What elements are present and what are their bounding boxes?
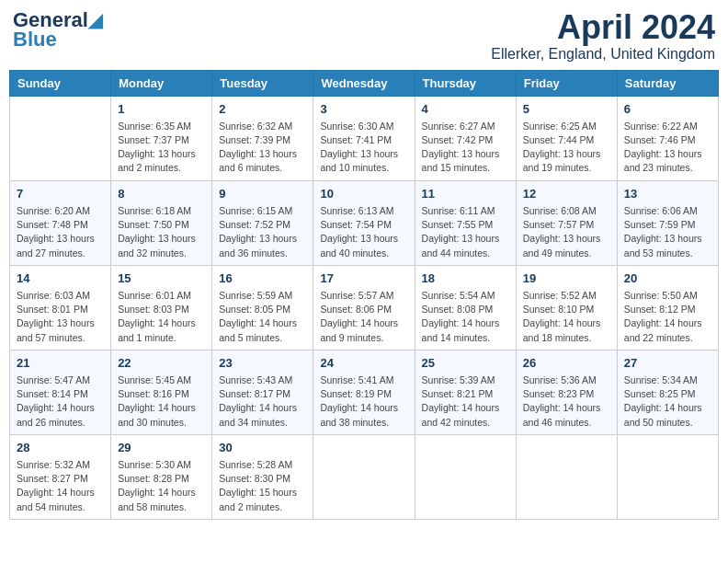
col-friday: Friday bbox=[516, 70, 617, 96]
calendar-table: Sunday Monday Tuesday Wednesday Thursday… bbox=[9, 70, 719, 520]
day-number: 11 bbox=[422, 186, 509, 202]
day-number: 24 bbox=[320, 355, 407, 372]
day-number: 20 bbox=[624, 270, 711, 287]
table-row: 11Sunrise: 6:11 AMSunset: 7:55 PMDayligh… bbox=[415, 180, 516, 265]
day-info: Sunrise: 5:52 AMSunset: 8:10 PMDaylight:… bbox=[523, 289, 610, 345]
day-number: 9 bbox=[219, 186, 306, 202]
day-info: Sunrise: 6:18 AMSunset: 7:50 PMDaylight:… bbox=[118, 204, 205, 260]
day-info: Sunrise: 6:22 AMSunset: 7:46 PMDaylight:… bbox=[624, 120, 711, 176]
week-row-2: 7Sunrise: 6:20 AMSunset: 7:48 PMDaylight… bbox=[10, 180, 719, 265]
table-row: 8Sunrise: 6:18 AMSunset: 7:50 PMDaylight… bbox=[111, 180, 212, 265]
col-tuesday: Tuesday bbox=[212, 70, 313, 96]
day-number: 3 bbox=[320, 101, 407, 118]
table-row: 6Sunrise: 6:22 AMSunset: 7:46 PMDaylight… bbox=[617, 96, 718, 180]
day-info: Sunrise: 6:35 AMSunset: 7:37 PMDaylight:… bbox=[118, 120, 205, 176]
table-row bbox=[313, 434, 415, 519]
week-row-3: 14Sunrise: 6:03 AMSunset: 8:01 PMDayligh… bbox=[10, 265, 719, 350]
table-row: 23Sunrise: 5:43 AMSunset: 8:17 PMDayligh… bbox=[212, 350, 313, 434]
day-number: 2 bbox=[219, 101, 306, 118]
location: Ellerker, England, United Kingdom bbox=[491, 46, 715, 63]
day-info: Sunrise: 6:06 AMSunset: 7:59 PMDaylight:… bbox=[624, 204, 711, 260]
table-row: 12Sunrise: 6:08 AMSunset: 7:57 PMDayligh… bbox=[516, 180, 617, 265]
table-row bbox=[617, 434, 718, 519]
day-number: 16 bbox=[219, 270, 306, 287]
day-number: 18 bbox=[422, 270, 509, 287]
table-row: 25Sunrise: 5:39 AMSunset: 8:21 PMDayligh… bbox=[415, 350, 516, 434]
day-info: Sunrise: 5:59 AMSunset: 8:05 PMDaylight:… bbox=[219, 289, 306, 345]
table-row: 26Sunrise: 5:36 AMSunset: 8:23 PMDayligh… bbox=[516, 350, 617, 434]
day-number: 12 bbox=[523, 186, 610, 202]
day-number: 6 bbox=[624, 101, 711, 118]
day-info: Sunrise: 5:34 AMSunset: 8:25 PMDaylight:… bbox=[624, 373, 711, 430]
table-row: 28Sunrise: 5:32 AMSunset: 8:27 PMDayligh… bbox=[10, 434, 111, 519]
day-number: 21 bbox=[17, 355, 104, 372]
day-info: Sunrise: 5:39 AMSunset: 8:21 PMDaylight:… bbox=[422, 373, 509, 430]
day-number: 29 bbox=[118, 440, 205, 456]
day-number: 7 bbox=[17, 186, 104, 202]
table-row: 29Sunrise: 5:30 AMSunset: 8:28 PMDayligh… bbox=[111, 434, 212, 519]
day-number: 17 bbox=[320, 270, 407, 287]
table-row bbox=[516, 434, 617, 519]
day-info: Sunrise: 5:36 AMSunset: 8:23 PMDaylight:… bbox=[523, 373, 610, 430]
page-header: General◢ Blue April 2024 Ellerker, Engla… bbox=[9, 9, 719, 63]
day-number: 27 bbox=[624, 355, 711, 372]
col-wednesday: Wednesday bbox=[313, 70, 415, 96]
day-info: Sunrise: 6:20 AMSunset: 7:48 PMDaylight:… bbox=[17, 204, 104, 260]
table-row: 10Sunrise: 6:13 AMSunset: 7:54 PMDayligh… bbox=[313, 180, 415, 265]
table-row bbox=[10, 96, 111, 180]
logo-blue: Blue bbox=[13, 28, 57, 52]
day-number: 4 bbox=[422, 101, 509, 118]
table-row: 22Sunrise: 5:45 AMSunset: 8:16 PMDayligh… bbox=[111, 350, 212, 434]
table-row bbox=[415, 434, 516, 519]
table-row: 27Sunrise: 5:34 AMSunset: 8:25 PMDayligh… bbox=[617, 350, 718, 434]
day-info: Sunrise: 5:30 AMSunset: 8:28 PMDaylight:… bbox=[118, 458, 205, 514]
week-row-1: 1Sunrise: 6:35 AMSunset: 7:37 PMDaylight… bbox=[10, 96, 719, 180]
table-row: 17Sunrise: 5:57 AMSunset: 8:06 PMDayligh… bbox=[313, 265, 415, 350]
table-row: 30Sunrise: 5:28 AMSunset: 8:30 PMDayligh… bbox=[212, 434, 313, 519]
col-thursday: Thursday bbox=[415, 70, 516, 96]
day-info: Sunrise: 5:41 AMSunset: 8:19 PMDaylight:… bbox=[320, 373, 407, 430]
day-info: Sunrise: 5:32 AMSunset: 8:27 PMDaylight:… bbox=[17, 458, 104, 514]
table-row: 1Sunrise: 6:35 AMSunset: 7:37 PMDaylight… bbox=[111, 96, 212, 180]
month-title: April 2024 bbox=[491, 9, 715, 46]
day-number: 26 bbox=[523, 355, 610, 372]
day-number: 30 bbox=[219, 440, 306, 456]
day-info: Sunrise: 6:25 AMSunset: 7:44 PMDaylight:… bbox=[523, 120, 610, 176]
day-info: Sunrise: 6:03 AMSunset: 8:01 PMDaylight:… bbox=[17, 289, 104, 345]
day-number: 23 bbox=[219, 355, 306, 372]
table-row: 5Sunrise: 6:25 AMSunset: 7:44 PMDaylight… bbox=[516, 96, 617, 180]
day-info: Sunrise: 6:32 AMSunset: 7:39 PMDaylight:… bbox=[219, 120, 306, 176]
day-info: Sunrise: 6:30 AMSunset: 7:41 PMDaylight:… bbox=[320, 120, 407, 176]
table-row: 9Sunrise: 6:15 AMSunset: 7:52 PMDaylight… bbox=[212, 180, 313, 265]
calendar-header-row: Sunday Monday Tuesday Wednesday Thursday… bbox=[10, 70, 719, 96]
table-row: 3Sunrise: 6:30 AMSunset: 7:41 PMDaylight… bbox=[313, 96, 415, 180]
table-row: 7Sunrise: 6:20 AMSunset: 7:48 PMDaylight… bbox=[10, 180, 111, 265]
table-row: 14Sunrise: 6:03 AMSunset: 8:01 PMDayligh… bbox=[10, 265, 111, 350]
day-info: Sunrise: 6:27 AMSunset: 7:42 PMDaylight:… bbox=[422, 120, 509, 176]
day-number: 5 bbox=[523, 101, 610, 118]
day-number: 13 bbox=[624, 186, 711, 202]
day-info: Sunrise: 5:57 AMSunset: 8:06 PMDaylight:… bbox=[320, 289, 407, 345]
col-saturday: Saturday bbox=[617, 70, 718, 96]
day-number: 8 bbox=[118, 186, 205, 202]
day-number: 15 bbox=[118, 270, 205, 287]
table-row: 24Sunrise: 5:41 AMSunset: 8:19 PMDayligh… bbox=[313, 350, 415, 434]
day-number: 14 bbox=[17, 270, 104, 287]
day-info: Sunrise: 5:45 AMSunset: 8:16 PMDaylight:… bbox=[118, 373, 205, 430]
day-number: 10 bbox=[320, 186, 407, 202]
day-info: Sunrise: 6:11 AMSunset: 7:55 PMDaylight:… bbox=[422, 204, 509, 260]
day-info: Sunrise: 5:50 AMSunset: 8:12 PMDaylight:… bbox=[624, 289, 711, 345]
day-info: Sunrise: 6:13 AMSunset: 7:54 PMDaylight:… bbox=[320, 204, 407, 260]
day-number: 1 bbox=[118, 101, 205, 118]
col-monday: Monday bbox=[111, 70, 212, 96]
week-row-4: 21Sunrise: 5:47 AMSunset: 8:14 PMDayligh… bbox=[10, 350, 719, 434]
table-row: 18Sunrise: 5:54 AMSunset: 8:08 PMDayligh… bbox=[415, 265, 516, 350]
day-number: 28 bbox=[17, 440, 104, 456]
logo: General◢ Blue bbox=[13, 9, 102, 52]
day-info: Sunrise: 6:15 AMSunset: 7:52 PMDaylight:… bbox=[219, 204, 306, 260]
table-row: 16Sunrise: 5:59 AMSunset: 8:05 PMDayligh… bbox=[212, 265, 313, 350]
day-info: Sunrise: 5:54 AMSunset: 8:08 PMDaylight:… bbox=[422, 289, 509, 345]
day-info: Sunrise: 5:47 AMSunset: 8:14 PMDaylight:… bbox=[17, 373, 104, 430]
day-info: Sunrise: 6:01 AMSunset: 8:03 PMDaylight:… bbox=[118, 289, 205, 345]
col-sunday: Sunday bbox=[10, 70, 111, 96]
